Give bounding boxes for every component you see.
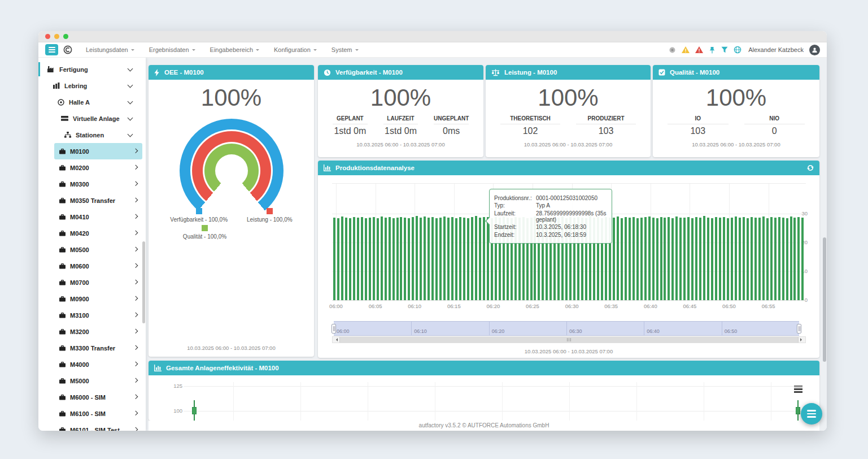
navigator-left-handle[interactable] (332, 324, 336, 334)
station-icon (59, 345, 66, 351)
card-stats-verfuegbarkeit: GEPLANT1std 0mLAUFZEIT1std 0mUNGEPLANT0m… (318, 115, 483, 136)
sidebar-scrollbar-thumb[interactable] (142, 241, 145, 323)
station-icon (59, 280, 66, 285)
station-item-m6101-sim-test[interactable]: M6101 - SIM Test (54, 422, 142, 431)
chevron-down-icon (128, 66, 133, 72)
station-item-m0700[interactable]: M0700 (54, 274, 142, 291)
verfuegbarkeit-card: Verfügbarkeit - M0100 100% GEPLANT1std 0… (318, 65, 483, 157)
trend-marker (192, 375, 197, 421)
production-bar (404, 218, 406, 300)
x-gridline (569, 382, 570, 421)
production-bar (613, 218, 615, 300)
tooltip-label: Endzeit: (494, 232, 536, 238)
stat-divider (500, 124, 560, 124)
navigator-label: 06:40 (647, 328, 660, 334)
station-item-m0900[interactable]: M0900 (54, 291, 142, 307)
card-stats-leistung: THEORETISCH102PRODUZIERT103 (486, 115, 651, 136)
range-navigator[interactable]: 06:0006:1006:2006:3006:4006:50 (334, 321, 799, 336)
station-item-m0410[interactable]: M0410 (54, 209, 142, 225)
menu-item-konfiguration[interactable]: Konfiguration (274, 46, 317, 53)
production-bar (400, 217, 402, 300)
scroll-right-arrow[interactable] (799, 338, 805, 341)
qualitaet-period: 10.03.2025 06:00 - 10.03.2025 07:00 (653, 141, 819, 148)
x-tick-label: 06:25 (520, 303, 545, 309)
maximize-window-button[interactable] (63, 34, 68, 39)
legend-row: Qualität - 100,0% (146, 225, 287, 240)
horizontal-scrollbar[interactable] (332, 336, 806, 343)
station-item-m0600[interactable]: M0600 (54, 258, 142, 274)
sidebar-item-stationen[interactable]: Stationen (38, 127, 146, 143)
production-bar (786, 218, 788, 300)
station-item-m3100[interactable]: M3100 (54, 307, 142, 323)
sidebar-item-fertigung[interactable]: Fertigung (38, 61, 146, 77)
chevron-down-icon (256, 49, 259, 53)
footer-text: autfactory v3.5.2 © AUTFORCE Automations… (419, 422, 549, 428)
globe-icon[interactable] (734, 46, 741, 54)
station-item-m5000[interactable]: M5000 (54, 373, 142, 389)
stat-nio: NIO0 (736, 115, 813, 136)
production-bar (695, 217, 697, 300)
menu-item-ergebnisdaten[interactable]: Ergebnisdaten (149, 46, 195, 53)
station-icon (59, 198, 66, 203)
alert-icon[interactable] (695, 46, 703, 53)
close-window-button[interactable] (45, 34, 50, 39)
production-bar (758, 218, 761, 300)
legend-item-qualit-t: Qualität - 100,0% (183, 225, 226, 240)
station-icon (59, 378, 66, 384)
production-bar (357, 218, 359, 300)
refresh-icon[interactable] (807, 164, 814, 171)
menu-item-system[interactable]: System (332, 46, 359, 53)
station-item-m6100-sim[interactable]: M6100 - SIM (54, 405, 142, 422)
sidebar-item-lebring[interactable]: Lebring (38, 77, 146, 94)
floating-menu-button[interactable] (801, 403, 822, 425)
menu-item-leistungsdaten[interactable]: Leistungsdaten (86, 46, 134, 53)
station-item-m3300-transfer[interactable]: M3300 Transfer (54, 340, 142, 356)
navigator-label: 06:00 (337, 328, 350, 334)
navigator-right-handle[interactable] (797, 324, 801, 334)
production-panel: Produktionsdatenanalyse 06:0006:0506:100… (318, 161, 819, 358)
sidebar-item-halle-a[interactable]: Halle A (38, 94, 146, 110)
production-bar (660, 217, 662, 300)
sidebar-toggle-button[interactable] (45, 44, 58, 55)
menu-item-eingabebereich[interactable]: Eingabebereich (210, 46, 259, 53)
station-label: M3200 (70, 328, 89, 335)
warning-icon[interactable] (682, 46, 690, 53)
stat-label: GEPLANT (325, 115, 376, 122)
gauge-legend: Verfügbarkeit - 100,0%Leistung - 100,0%Q… (149, 208, 314, 242)
status-icon[interactable] (669, 46, 676, 54)
production-bar (766, 218, 769, 300)
menu-item-label: Eingabebereich (210, 46, 253, 53)
chevron-down-icon (192, 49, 195, 53)
production-bar (435, 218, 438, 300)
vertical-scrollbar-thumb[interactable] (823, 237, 826, 362)
station-item-m0200[interactable]: M0200 (54, 159, 142, 176)
production-bar (621, 218, 623, 300)
filter-icon[interactable] (721, 46, 728, 53)
pin-icon[interactable] (709, 46, 716, 54)
station-item-m0300[interactable]: M0300 (54, 176, 142, 192)
production-bar (633, 217, 635, 300)
scroll-left-arrow[interactable] (333, 338, 339, 341)
production-bar (392, 218, 395, 300)
production-bar (723, 217, 725, 300)
user-avatar[interactable] (809, 45, 820, 55)
user-name[interactable]: Alexander Katzbeck (748, 46, 804, 53)
station-item-m0350-transfer[interactable]: M0350 Transfer (54, 192, 142, 209)
station-item-m6000-sim[interactable]: M6000 - SIM (54, 389, 142, 405)
stat-label: NIO (736, 115, 813, 122)
station-item-m3200[interactable]: M3200 (54, 323, 142, 340)
station-item-m0420[interactable]: M0420 (54, 225, 142, 241)
tooltip-row: Laufzeit:28.756999999999998s (35s geplan… (494, 210, 607, 223)
scrollbar-thumb[interactable] (339, 337, 799, 343)
production-bar (652, 218, 655, 300)
station-item-m0500[interactable]: M0500 (54, 241, 142, 258)
production-bar (439, 218, 442, 300)
station-item-m4000[interactable]: M4000 (54, 356, 142, 373)
chevron-right-icon (133, 411, 137, 415)
navigator-label: 06:10 (414, 328, 427, 334)
sidebar-item-virtuelle-anlage[interactable]: Virtuelle Anlage (38, 110, 146, 127)
stat-theoretisch: THEORETISCH102 (492, 115, 568, 136)
station-item-m0100[interactable]: M0100 (54, 143, 142, 159)
minimize-window-button[interactable] (54, 34, 59, 39)
production-bar (385, 218, 387, 300)
